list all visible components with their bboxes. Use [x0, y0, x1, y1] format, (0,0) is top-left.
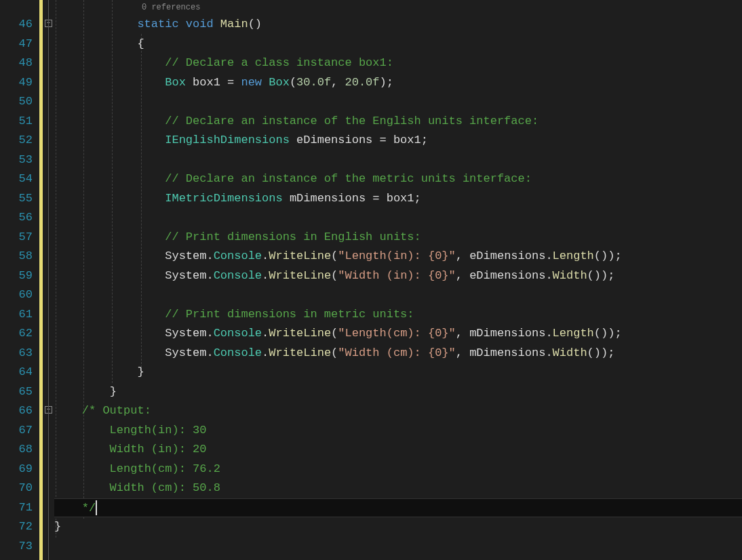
line-number: 72	[0, 517, 33, 537]
code-line[interactable]: Width (cm): 50.8	[54, 479, 742, 498]
code-line[interactable]: // Print dimensions in English units:	[54, 228, 742, 247]
line-number: 46	[0, 15, 33, 35]
code-line-current[interactable]: */	[54, 498, 742, 518]
code-line[interactable]: // Declare a class instance box1:	[54, 54, 742, 73]
line-number: 55	[0, 189, 33, 209]
line-number: 58	[0, 247, 33, 266]
line-number: 49	[0, 73, 33, 93]
code-line[interactable]: }	[54, 382, 742, 402]
line-number-gutter: 46 47 48 49 50 51 52 53 54 55 56 57 58 5…	[0, 0, 39, 560]
code-line[interactable]: Length(cm): 76.2	[54, 460, 742, 479]
code-line[interactable]	[54, 285, 742, 305]
code-line[interactable]: Width (in): 20	[54, 440, 742, 460]
line-number: 62	[0, 324, 33, 344]
code-line[interactable]: IEnglishDimensions eDimensions = box1;	[54, 131, 742, 151]
code-line[interactable]: System.Console.WriteLine("Length(cm): {0…	[54, 324, 742, 344]
line-number: 61	[0, 305, 33, 325]
code-line[interactable]	[54, 208, 742, 228]
line-number: 70	[0, 479, 33, 498]
line-number: 66	[0, 401, 33, 421]
line-number: 65	[0, 382, 33, 402]
line-number: 64	[0, 363, 33, 382]
code-line[interactable]: IMetricDimensions mDimensions = box1;	[54, 189, 742, 209]
code-line[interactable]: Box box1 = new Box(30.0f, 20.0f);	[54, 73, 742, 93]
code-line[interactable]: }	[54, 517, 742, 537]
code-editor[interactable]: 46 47 48 49 50 51 52 53 54 55 56 57 58 5…	[0, 0, 742, 560]
line-number: 60	[0, 285, 33, 305]
line-number: 51	[0, 112, 33, 132]
code-line[interactable]	[54, 92, 742, 112]
line-number: 71	[0, 498, 33, 518]
code-line[interactable]: static void Main()	[54, 15, 742, 35]
code-line[interactable]: {	[54, 35, 742, 54]
line-number: 48	[0, 54, 33, 73]
code-line[interactable]: System.Console.WriteLine("Width (in): {0…	[54, 266, 742, 286]
line-number: 50	[0, 92, 33, 112]
line-number: 69	[0, 460, 33, 479]
code-line[interactable]	[54, 151, 742, 170]
code-line[interactable]: System.Console.WriteLine("Length(in): {0…	[54, 247, 742, 266]
code-line[interactable]	[54, 537, 742, 557]
line-number: 54	[0, 169, 33, 189]
line-number: 53	[0, 151, 33, 170]
line-number: 63	[0, 344, 33, 363]
code-line[interactable]: Length(in): 30	[54, 421, 742, 441]
line-number: 68	[0, 440, 33, 460]
code-line[interactable]: System.Console.WriteLine("Width (cm): {0…	[54, 344, 742, 363]
code-line[interactable]: // Declare an instance of the metric uni…	[54, 169, 742, 189]
text-caret	[96, 500, 97, 515]
outline-margin: − −	[39, 0, 54, 560]
line-number: 67	[0, 421, 33, 441]
code-area[interactable]: 0 references static void Main() { // Dec…	[54, 0, 742, 556]
code-line[interactable]: // Declare an instance of the English un…	[54, 112, 742, 132]
code-line[interactable]: }	[54, 363, 742, 382]
line-number: 52	[0, 131, 33, 151]
line-number: 59	[0, 266, 33, 286]
line-number: 73	[0, 537, 33, 557]
codelens-references[interactable]: 0 references	[54, 0, 742, 15]
line-number: 56	[0, 208, 33, 228]
line-number: 47	[0, 35, 33, 54]
code-line[interactable]: // Print dimensions in metric units:	[54, 305, 742, 325]
code-line[interactable]: /* Output:	[54, 401, 742, 421]
line-number: 57	[0, 228, 33, 247]
